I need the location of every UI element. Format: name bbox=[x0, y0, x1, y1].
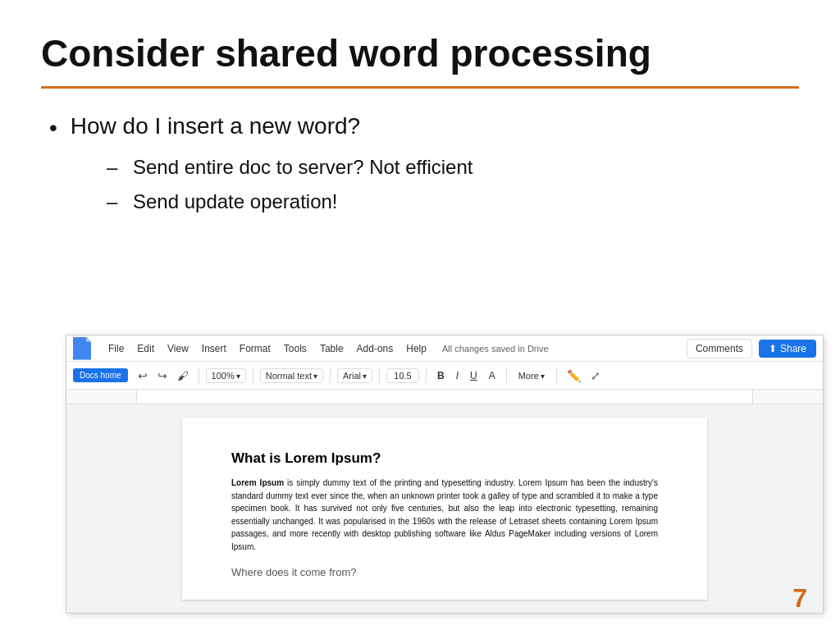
gdocs-menubar: File Edit View Insert Format Tools Table… bbox=[66, 336, 823, 362]
redo-icon[interactable]: ↪ bbox=[154, 368, 171, 384]
doc-heading: What is Lorem Ipsum? bbox=[231, 450, 658, 467]
menu-edit[interactable]: Edit bbox=[131, 340, 160, 358]
toolbar-sep-6 bbox=[506, 368, 507, 383]
gdocs-logo-inner bbox=[73, 337, 91, 360]
menu-file[interactable]: File bbox=[103, 340, 130, 358]
doc-subheading: Where does it come from? bbox=[231, 566, 658, 578]
font-chevron bbox=[363, 371, 367, 381]
menu-format[interactable]: Format bbox=[234, 340, 276, 358]
share-label: Share bbox=[780, 343, 806, 354]
more-label: More bbox=[518, 371, 539, 381]
bullet-dot: • bbox=[49, 115, 57, 141]
toolbar-sep-2 bbox=[253, 368, 253, 383]
docs-home-button[interactable]: Docs home bbox=[73, 368, 128, 382]
share-icon: ⬆ bbox=[769, 343, 777, 354]
menu-help[interactable]: Help bbox=[400, 340, 432, 358]
doc-body-text: is simply dummy text of the printing and… bbox=[231, 478, 658, 551]
font-size-selector[interactable]: 10.5 bbox=[386, 368, 419, 383]
style-chevron bbox=[313, 371, 317, 381]
sub-bullet-2: – Send update operation! bbox=[107, 190, 799, 213]
paint-icon[interactable]: 🖌 bbox=[174, 368, 192, 384]
sub-bullet-2-text: Send update operation! bbox=[133, 190, 338, 213]
menu-addons[interactable]: Add-ons bbox=[351, 340, 399, 358]
collapse-icon[interactable]: ⤢ bbox=[587, 368, 604, 384]
style-value: Normal text bbox=[266, 371, 312, 381]
font-selector[interactable]: Arial bbox=[337, 368, 372, 383]
sub-dash-2: – bbox=[107, 190, 123, 213]
more-button[interactable]: More bbox=[514, 369, 550, 382]
doc-body: Lorem Ipsum is simply dummy text of the … bbox=[231, 477, 658, 553]
zoom-value: 100% bbox=[212, 371, 235, 381]
bold-button[interactable]: B bbox=[433, 368, 449, 383]
toolbar-sep-7 bbox=[556, 368, 557, 383]
save-status: All changes saved in Drive bbox=[442, 344, 685, 354]
menu-tools[interactable]: Tools bbox=[278, 340, 313, 358]
more-chevron bbox=[541, 371, 545, 381]
gdocs-docarea: What is Lorem Ipsum? Lorem Ipsum is simp… bbox=[66, 404, 823, 613]
gdocs-toolbar: Docs home ↩ ↪ 🖌 100% Normal text Arial 1… bbox=[66, 362, 823, 390]
bullet-section: • How do I insert a new word? – Send ent… bbox=[41, 113, 799, 213]
menu-insert[interactable]: Insert bbox=[196, 340, 232, 358]
undo-icon[interactable]: ↩ bbox=[135, 368, 151, 384]
main-bullet: • How do I insert a new word? bbox=[49, 113, 799, 141]
italic-button[interactable]: I bbox=[452, 368, 463, 383]
toolbar-sep-1 bbox=[199, 368, 199, 383]
toolbar-sep-5 bbox=[426, 368, 427, 383]
menu-table[interactable]: Table bbox=[314, 340, 349, 358]
sub-dash-1: – bbox=[107, 156, 123, 179]
style-selector[interactable]: Normal text bbox=[260, 368, 323, 383]
sub-bullets: – Send entire doc to server? Not efficie… bbox=[49, 156, 799, 213]
ruler-inner bbox=[136, 390, 753, 404]
gdocs-logo bbox=[73, 337, 96, 360]
gdocs-ruler bbox=[66, 390, 823, 404]
page-number: 7 bbox=[792, 583, 807, 614]
underline-button[interactable]: U bbox=[466, 368, 482, 383]
share-button[interactable]: ⬆ Share bbox=[759, 340, 816, 358]
comments-button[interactable]: Comments bbox=[687, 339, 752, 358]
gdocs-screenshot: File Edit View Insert Format Tools Table… bbox=[66, 335, 824, 614]
sub-bullet-1-text: Send entire doc to server? Not efficient bbox=[133, 156, 472, 179]
main-bullet-text: How do I insert a new word? bbox=[71, 113, 360, 139]
gdocs-page: What is Lorem Ipsum? Lorem Ipsum is simp… bbox=[182, 418, 707, 600]
slide-title: Consider shared word processing bbox=[41, 33, 799, 75]
title-underline bbox=[41, 86, 799, 89]
font-color-button[interactable]: A bbox=[485, 368, 500, 383]
zoom-selector[interactable]: 100% bbox=[206, 368, 246, 383]
doc-body-bold: Lorem Ipsum bbox=[231, 478, 284, 487]
toolbar-sep-4 bbox=[379, 368, 380, 383]
font-value: Arial bbox=[343, 371, 361, 381]
gdocs-logo-fold bbox=[86, 337, 91, 342]
slide: Consider shared word processing • How do… bbox=[0, 0, 840, 630]
zoom-chevron bbox=[236, 371, 240, 381]
menu-view[interactable]: View bbox=[162, 340, 194, 358]
sub-bullet-1: – Send entire doc to server? Not efficie… bbox=[107, 156, 799, 179]
toolbar-sep-3 bbox=[330, 368, 331, 383]
edit-icon[interactable]: ✏️ bbox=[564, 368, 584, 384]
